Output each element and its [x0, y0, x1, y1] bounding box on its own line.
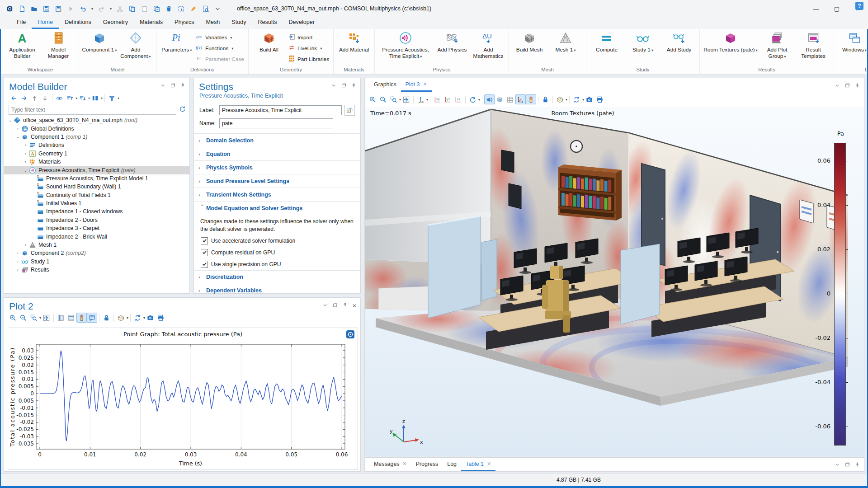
dropdown-caret-icon[interactable]: ▾ [118, 96, 119, 100]
menu-item-study[interactable]: Study [226, 17, 252, 29]
pin-panel-icon[interactable] [342, 302, 348, 310]
palette-icon[interactable] [555, 94, 565, 104]
ribbon-button-application-builder[interactable]: AApplication Builder [4, 30, 40, 60]
tree-expander-icon[interactable]: › [14, 127, 21, 131]
name-field[interactable] [219, 118, 333, 128]
tab-plot-3[interactable]: Plot 3✕ [401, 78, 432, 92]
axes-icon[interactable] [515, 94, 526, 104]
ribbon-button-pressure-acoustics-time-explicit[interactable]: Pressure Acoustics, Time Explicit▾ [377, 30, 434, 60]
menu-item-physics[interactable]: Physics [169, 17, 200, 29]
ribbon-button-windows[interactable]: Windows▾ [836, 30, 868, 53]
ribbon-button-build-all[interactable]: Build All [251, 30, 287, 53]
ribbon-button-variables[interactable]: a=Variables▾ [196, 33, 244, 42]
panel-menu-icon[interactable] [835, 82, 840, 90]
pin-panel-icon[interactable] [854, 461, 860, 469]
panel-menu-icon[interactable] [322, 302, 328, 310]
checkbox-checked[interactable] [201, 237, 208, 244]
camera-icon[interactable] [145, 313, 156, 323]
float-panel-icon[interactable] [332, 302, 338, 310]
tree-expander-icon[interactable]: › [14, 267, 21, 272]
grid-icon[interactable] [505, 94, 515, 104]
help-button[interactable]: ? [855, 2, 863, 10]
zoom-in-icon[interactable] [368, 94, 378, 104]
pin-panel-icon[interactable] [351, 82, 357, 90]
annotation-icon[interactable] [87, 313, 97, 323]
save-as-icon[interactable] [54, 5, 62, 13]
marker-icon[interactable] [189, 5, 197, 13]
colorbar-toggle-icon[interactable] [526, 94, 536, 104]
checkbox-row-use-single-precision-on-gpu[interactable]: Use single precision on GPU [194, 258, 360, 270]
zoom-box-icon[interactable] [28, 313, 39, 323]
maximize-button[interactable]: ▢ [826, 0, 847, 17]
settings-section-transient-mesh-settings[interactable]: ›Transient Mesh Settings [194, 188, 360, 201]
ribbon-button-functions[interactable]: f(x)Functions▾ [196, 44, 244, 52]
tree-item-mesh-1[interactable]: ›Mesh 1 [4, 241, 189, 249]
ribbon-button-import[interactable]: Import [288, 33, 329, 42]
close-tab-icon[interactable]: ✕ [487, 461, 491, 467]
copy-icon[interactable] [128, 5, 136, 13]
duplicate-icon[interactable] [152, 5, 160, 13]
dock-tab-progress[interactable]: Progress [411, 458, 443, 471]
tree-item-materials[interactable]: ›Materials [4, 158, 189, 166]
menu-item-materials[interactable]: Materials [134, 17, 169, 29]
graphics-canvas[interactable]: z y x Time=0.017 s Room Textures (pate) … [365, 107, 864, 456]
zoom-in-icon[interactable] [8, 313, 18, 323]
ribbon-button-study-1[interactable]: Study 1▾ [625, 30, 661, 53]
panel-menu-icon[interactable] [835, 461, 840, 469]
dropdown-caret-icon[interactable]: ▾ [110, 7, 112, 11]
settings-section-dependent-variables[interactable]: ›Dependent Variables [194, 284, 360, 297]
tree-item-component-2[interactable]: ›Component 2(comp2) [4, 249, 189, 257]
ribbon-button-add-material[interactable]: Add Material [336, 30, 372, 53]
close-panel-icon[interactable]: ✕ [352, 303, 357, 309]
checkbox-checked[interactable] [201, 261, 208, 268]
dropdown-caret-icon[interactable]: ▾ [426, 98, 428, 102]
palette-icon[interactable] [116, 313, 126, 323]
minimize-button[interactable]: — [806, 0, 826, 17]
label-field[interactable] [219, 105, 342, 115]
panel-menu-icon[interactable] [331, 82, 337, 90]
refresh-icon[interactable] [571, 94, 582, 104]
tree-item-office-space-63-30t0-n4-ma-out-mph[interactable]: ⌄office_space_63_30T0_N4_ma_out.mph(root… [4, 116, 189, 124]
dropdown-caret-icon[interactable]: ▾ [478, 98, 480, 102]
ribbon-button-component-1[interactable]: Component 1▾ [81, 30, 118, 53]
transparency-icon[interactable] [495, 94, 505, 104]
menu-item-developer[interactable]: Developer [283, 17, 321, 29]
menu-item-definitions[interactable]: Definitions [59, 17, 97, 29]
collapse-icon[interactable] [65, 93, 75, 103]
dock-tab-messages[interactable]: Messages✕ [369, 458, 411, 471]
default-view-icon[interactable] [415, 94, 426, 104]
tree-item-impedance-2-doors[interactable]: Impedance 2 - Doors [4, 216, 189, 224]
tree-item-initial-values-1[interactable]: DInitial Values 1 [4, 199, 189, 207]
dropdown-caret-icon[interactable]: ▾ [101, 96, 103, 100]
tree-item-sound-hard-boundary-wall-1[interactable]: DSound Hard Boundary (Wall) 1 [4, 183, 189, 191]
move-up-icon[interactable] [29, 93, 40, 103]
back-icon[interactable] [9, 93, 19, 103]
zoom-out-icon[interactable] [18, 313, 28, 323]
columns-icon[interactable] [90, 93, 100, 103]
float-panel-icon[interactable] [170, 82, 176, 90]
save-icon[interactable] [42, 5, 50, 13]
filter-icon[interactable] [107, 93, 117, 103]
settings-section-discretization[interactable]: ›Discretization [194, 270, 360, 284]
print-icon[interactable] [594, 94, 605, 104]
tree-expander-icon[interactable]: › [22, 243, 29, 247]
new-file-icon[interactable] [18, 5, 26, 13]
tree-item-geometry-1[interactable]: ›AGeometry 1 [4, 150, 189, 158]
settings-section-physics-symbols[interactable]: ›Physics Symbols [194, 160, 360, 174]
zoom-extents-icon[interactable] [41, 313, 52, 323]
pin-panel-icon[interactable] [180, 82, 186, 90]
ribbon-button-room-textures-pate[interactable]: Room Textures (pate)▾ [702, 30, 759, 53]
open-file-icon[interactable] [30, 5, 38, 13]
tree-item-impedance-2-brick-wall[interactable]: Impedance 2 - Brick Wall [4, 232, 189, 240]
tree-item-impedance-1-closed-windows[interactable]: Impedance 1 - Closed windows [4, 207, 189, 216]
dock-tab-table-1[interactable]: Table 1✕ [461, 458, 495, 471]
ribbon-button-add-plot-group[interactable]: Add Plot Group▾ [759, 30, 795, 60]
tree-item-study-1[interactable]: ›Study 1 [4, 258, 189, 266]
panel-menu-icon[interactable] [160, 82, 166, 90]
ribbon-button-add-component[interactable]: Add Component▾ [118, 30, 154, 60]
ribbon-button-parameters[interactable]: PiParameters▾ [159, 30, 195, 53]
tree-item-pressure-acoustics-time-explicit-model-1[interactable]: DPressure Acoustics, Time Explicit Model… [4, 174, 189, 183]
comsol-logo-button[interactable] [346, 330, 354, 338]
refresh-icon[interactable] [132, 313, 143, 323]
dock-tab-log[interactable]: Log [443, 458, 461, 471]
